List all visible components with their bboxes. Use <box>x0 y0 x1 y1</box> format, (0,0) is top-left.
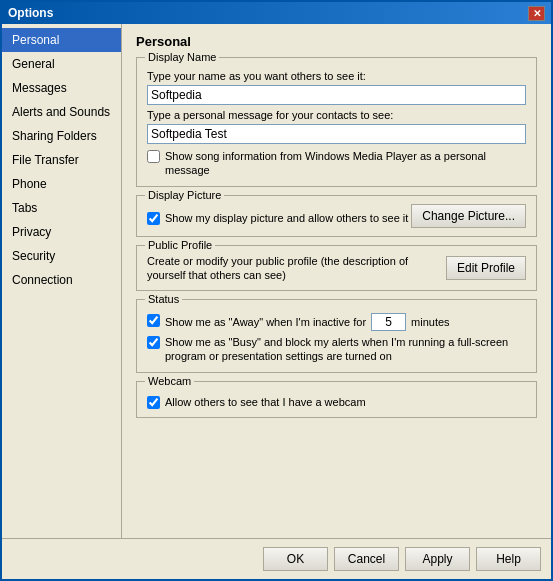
webcam-group-label: Webcam <box>145 375 194 387</box>
sidebar-item-phone[interactable]: Phone <box>2 172 121 196</box>
page-title: Personal <box>136 34 537 49</box>
name-input[interactable] <box>147 85 526 105</box>
webcam-checkbox-row: Allow others to see that I have a webcam <box>147 395 526 409</box>
display-name-group-label: Display Name <box>145 51 219 63</box>
options-window: Options ✕ Personal General Messages Aler… <box>0 0 553 581</box>
display-picture-row: Show my display picture and allow others… <box>147 204 526 228</box>
name-field-label: Type your name as you want others to see… <box>147 70 526 82</box>
public-profile-group: Public Profile Create or modify your pub… <box>136 245 537 292</box>
title-bar: Options ✕ <box>2 2 551 24</box>
title-bar-buttons: ✕ <box>528 6 545 21</box>
apply-button[interactable]: Apply <box>405 547 470 571</box>
busy-row: Show me as "Busy" and block my alerts wh… <box>147 335 526 364</box>
away-label-prefix: Show me as "Away" when I'm inactive for <box>165 315 366 329</box>
sidebar-item-messages[interactable]: Messages <box>2 76 121 100</box>
ok-button[interactable]: OK <box>263 547 328 571</box>
wmp-checkbox-label: Show song information from Windows Media… <box>165 149 526 178</box>
help-button[interactable]: Help <box>476 547 541 571</box>
busy-checkbox[interactable] <box>147 336 160 349</box>
main-area: Personal General Messages Alerts and Sou… <box>2 24 551 538</box>
busy-label: Show me as "Busy" and block my alerts wh… <box>165 335 526 364</box>
away-checkbox[interactable] <box>147 314 160 327</box>
sidebar-item-tabs[interactable]: Tabs <box>2 196 121 220</box>
personal-message-input[interactable] <box>147 124 526 144</box>
display-name-group: Display Name Type your name as you want … <box>136 57 537 187</box>
content-area: Personal Display Name Type your name as … <box>122 24 551 538</box>
display-picture-group-label: Display Picture <box>145 189 224 201</box>
sidebar-item-privacy[interactable]: Privacy <box>2 220 121 244</box>
show-picture-checkbox-row: Show my display picture and allow others… <box>147 211 411 225</box>
show-picture-label: Show my display picture and allow others… <box>165 211 408 225</box>
message-field-label: Type a personal message for your contact… <box>147 109 526 121</box>
close-button[interactable]: ✕ <box>528 6 545 21</box>
window-title: Options <box>8 6 53 20</box>
display-picture-group: Display Picture Show my display picture … <box>136 195 537 237</box>
webcam-checkbox[interactable] <box>147 396 160 409</box>
away-minutes-input[interactable] <box>371 313 406 331</box>
public-profile-group-label: Public Profile <box>145 239 215 251</box>
webcam-label: Allow others to see that I have a webcam <box>165 395 366 409</box>
change-picture-button[interactable]: Change Picture... <box>411 204 526 228</box>
sidebar-item-general[interactable]: General <box>2 52 121 76</box>
display-picture-left: Show my display picture and allow others… <box>147 206 411 225</box>
away-row: Show me as "Away" when I'm inactive for … <box>147 313 526 331</box>
sidebar: Personal General Messages Alerts and Sou… <box>2 24 122 538</box>
webcam-group: Webcam Allow others to see that I have a… <box>136 381 537 418</box>
show-picture-checkbox[interactable] <box>147 212 160 225</box>
away-status-row: Show me as "Away" when I'm inactive for … <box>165 313 450 331</box>
public-profile-description: Create or modify your public profile (th… <box>147 254 446 283</box>
public-profile-row: Create or modify your public profile (th… <box>147 254 526 283</box>
sidebar-item-sharing[interactable]: Sharing Folders <box>2 124 121 148</box>
sidebar-item-personal[interactable]: Personal <box>2 28 121 52</box>
cancel-button[interactable]: Cancel <box>334 547 399 571</box>
sidebar-item-alerts[interactable]: Alerts and Sounds <box>2 100 121 124</box>
sidebar-item-connection[interactable]: Connection <box>2 268 121 292</box>
edit-profile-button[interactable]: Edit Profile <box>446 256 526 280</box>
status-group: Status Show me as "Away" when I'm inacti… <box>136 299 537 373</box>
away-label-suffix: minutes <box>411 315 450 329</box>
sidebar-item-security[interactable]: Security <box>2 244 121 268</box>
footer: OK Cancel Apply Help <box>2 538 551 579</box>
sidebar-item-file-transfer[interactable]: File Transfer <box>2 148 121 172</box>
wmp-checkbox-row: Show song information from Windows Media… <box>147 149 526 178</box>
wmp-checkbox[interactable] <box>147 150 160 163</box>
status-group-label: Status <box>145 293 182 305</box>
